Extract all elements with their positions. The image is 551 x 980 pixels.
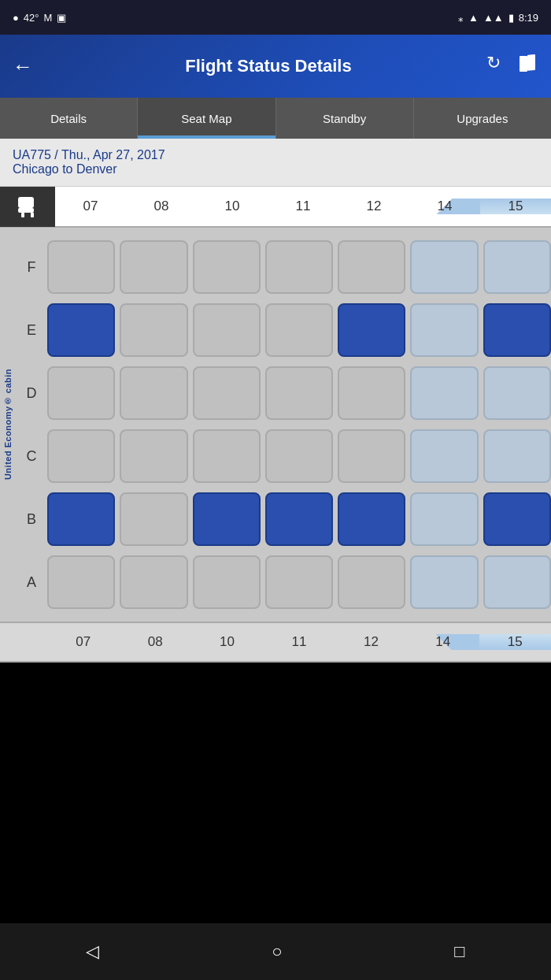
seat-A14[interactable]	[410, 555, 478, 609]
seat-D15[interactable]	[483, 366, 551, 420]
svg-rect-4	[21, 213, 24, 217]
seat-F11[interactable]	[265, 240, 333, 294]
seat-row-D: D	[16, 365, 551, 421]
seat-F08[interactable]	[120, 240, 187, 294]
photo-icon: ▣	[57, 12, 66, 24]
seat-row-F: F	[16, 239, 551, 295]
seat-C15[interactable]	[483, 429, 551, 483]
seat-row-C: C	[16, 428, 551, 484]
bottom-col-num-08: 08	[119, 634, 190, 650]
tab-bar: Details Seat Map Standby Upgrades	[0, 98, 551, 139]
tab-seatmap[interactable]: Seat Map	[138, 98, 276, 139]
seat-F14[interactable]	[410, 240, 478, 294]
tab-details[interactable]: Details	[0, 98, 138, 139]
seat-F15[interactable]	[483, 240, 551, 294]
status-bar-left: ● 42° M ▣	[13, 12, 66, 24]
tab-standby[interactable]: Standby	[276, 98, 414, 139]
rows-area: FEDCBA	[16, 236, 551, 614]
svg-rect-3	[18, 208, 34, 213]
seat-B08[interactable]	[120, 492, 187, 546]
seatmap-grid: United Economy® cabin FEDCBA	[0, 228, 551, 622]
seat-E08[interactable]	[120, 303, 187, 357]
col-num-10: 10	[197, 199, 268, 214]
row-label-D: D	[16, 385, 47, 402]
nav-home-button[interactable]: ○	[272, 941, 282, 962]
android-nav-bar: ◁ ○ □	[0, 923, 551, 980]
seats-row-E	[47, 303, 551, 357]
seat-B12[interactable]	[338, 492, 405, 546]
time-display: 8:19	[519, 12, 538, 24]
column-numbers-top: 07081011121415	[0, 187, 551, 228]
row-label-C: C	[16, 448, 47, 465]
seat-A15[interactable]	[483, 555, 551, 609]
seat-row-B: B	[16, 491, 551, 548]
seat-E12[interactable]	[338, 303, 405, 357]
col-num-12: 12	[338, 199, 409, 214]
seat-E10[interactable]	[193, 303, 261, 357]
seats-row-D	[47, 366, 551, 420]
seat-C10[interactable]	[193, 429, 261, 483]
back-button[interactable]: ←	[13, 54, 33, 79]
seat-A08[interactable]	[120, 555, 187, 609]
seat-C11[interactable]	[265, 429, 333, 483]
seat-A11[interactable]	[265, 555, 333, 609]
seat-B14[interactable]	[410, 492, 478, 546]
wifi-icon: ▲	[468, 12, 479, 24]
flight-route: Chicago to Denver	[13, 162, 538, 176]
seat-row-E: E	[16, 302, 551, 358]
seat-C14[interactable]	[410, 429, 478, 483]
refresh-button[interactable]: ↻	[486, 53, 501, 80]
seat-D14[interactable]	[410, 366, 478, 420]
nav-back-button[interactable]: ◁	[86, 941, 99, 962]
seat-F12[interactable]	[338, 240, 405, 294]
page-title: Flight Status Details	[46, 56, 491, 76]
svg-rect-5	[31, 213, 34, 217]
col-num-14: 14	[409, 199, 480, 214]
tab-upgrades[interactable]: Upgrades	[414, 98, 551, 139]
bottom-col-num-14: 14	[407, 634, 479, 650]
seat-D07[interactable]	[47, 366, 115, 420]
seat-A07[interactable]	[47, 555, 115, 609]
header-actions: ↻	[486, 53, 538, 80]
seat-C12[interactable]	[338, 429, 405, 483]
col-num-08: 08	[126, 199, 197, 214]
seats-row-C	[47, 429, 551, 483]
col-num-11: 11	[268, 199, 338, 214]
svg-rect-2	[18, 197, 34, 208]
bottom-col-num-11: 11	[263, 634, 335, 650]
seat-B11[interactable]	[265, 492, 333, 546]
seat-icon-cell	[0, 187, 55, 227]
seat-D10[interactable]	[193, 366, 261, 420]
seat-C08[interactable]	[120, 429, 187, 483]
seat-A10[interactable]	[193, 555, 261, 609]
battery-icon: ▮	[508, 12, 514, 24]
seat-E14[interactable]	[410, 303, 478, 357]
flight-info: UA775 / Thu., Apr 27, 2017 Chicago to De…	[0, 139, 551, 187]
seat-E15[interactable]	[483, 303, 551, 357]
column-numbers-bottom: 07081011121415	[0, 622, 551, 663]
seat-D08[interactable]	[120, 366, 187, 420]
bottom-col-num-07: 07	[47, 634, 119, 650]
seat-D12[interactable]	[338, 366, 405, 420]
book-button[interactable]	[516, 53, 538, 80]
status-bar-right: ⁎ ▲ ▲▲ ▮ 8:19	[458, 12, 538, 24]
svg-rect-0	[520, 56, 527, 72]
status-bar: ● 42° M ▣ ⁎ ▲ ▲▲ ▮ 8:19	[0, 0, 551, 35]
gmail-icon: M	[44, 12, 53, 24]
seat-row-A: A	[16, 554, 551, 611]
seat-D11[interactable]	[265, 366, 333, 420]
seat-F07[interactable]	[47, 240, 115, 294]
svg-rect-1	[527, 54, 535, 71]
seatmap-container: 07081011121415 United Economy® cabin FED…	[0, 187, 551, 663]
seat-F10[interactable]	[193, 240, 261, 294]
seat-E11[interactable]	[265, 303, 333, 357]
col-num-07: 07	[55, 199, 126, 214]
nav-recent-button[interactable]: □	[454, 941, 464, 962]
seat-B10[interactable]	[193, 492, 261, 546]
seat-B15[interactable]	[483, 492, 551, 546]
seat-A12[interactable]	[338, 555, 405, 609]
seat-C07[interactable]	[47, 429, 115, 483]
row-label-E: E	[16, 322, 47, 339]
seat-E07[interactable]	[47, 303, 115, 357]
seat-B07[interactable]	[47, 492, 115, 546]
